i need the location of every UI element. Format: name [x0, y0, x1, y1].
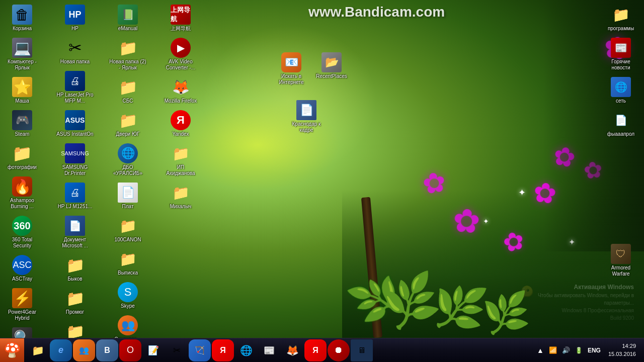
icon-steam[interactable]: 🎮 Steam	[3, 108, 42, 139]
icon-hp[interactable]: HP HP	[55, 3, 95, 34]
set-icon: 🌐	[611, 77, 631, 97]
masha-icon: ⭐	[12, 77, 32, 97]
iskat-icon: 📧	[281, 52, 301, 72]
icon-asus[interactable]: ASUS ASUS InstantOn	[55, 108, 95, 139]
taskbar-odnoklassniki[interactable]: 👥	[73, 339, 95, 361]
icon-newpapka[interactable]: ✂ Новая папка	[55, 36, 95, 67]
ashampoo-icon: 🔥	[12, 176, 32, 197]
promug-icon: 📁	[65, 288, 85, 308]
tray-battery[interactable]: 🔋	[574, 346, 584, 355]
taskbar-firefox[interactable]: 🦊	[281, 339, 303, 361]
icon-skype[interactable]: S Skype	[108, 280, 147, 311]
icon-armored[interactable]: 🛡 Armored Warfare	[601, 242, 640, 279]
icon-column-3: 📗 eManual 📁 Новая папка (2) - Ярлык 📁 СБ…	[108, 3, 148, 362]
icon-avk[interactable]: ▶ AVK Video Converter -...	[161, 36, 200, 73]
icon-firefox[interactable]: 🦊 Mozilla Firefox	[161, 75, 200, 106]
icon-set[interactable]: 🌐 сеть	[601, 75, 640, 106]
icon-dbo-uralsib[interactable]: 🌐 ДБО «УРАЛСИБ»	[108, 141, 147, 178]
icon-360total[interactable]: 360 360 Total Security	[3, 214, 42, 251]
globe-cn-icon: 上网导航	[171, 5, 191, 25]
firefox-icon: 🦊	[171, 77, 191, 97]
activation-line4: Windows 8 Профессиональная	[538, 307, 634, 314]
icon-bykov[interactable]: 📁 Быков	[55, 253, 95, 284]
icon-sbs[interactable]: 📁 СБС	[108, 75, 147, 106]
middle-icons-area: 📧 Искать в Интернете	[272, 50, 311, 89]
watermark: www.Bandicam.com	[308, 4, 445, 20]
taskbar-chrome[interactable]: 🌐	[235, 339, 257, 361]
bykov-icon: 📁	[65, 255, 85, 275]
icon-hot-news[interactable]: 📰 Горячие новости	[601, 36, 640, 73]
icon-plat[interactable]: 📄 Плат	[108, 180, 147, 212]
icon-doc-microsoft[interactable]: 📄 Документ Microsoft ...	[55, 214, 95, 251]
icon-vypiska[interactable]: 📁 Выписка	[108, 247, 147, 278]
icon-recycle[interactable]: 🗑 Корзина	[3, 3, 42, 34]
icon-yandex[interactable]: Я Yandex	[161, 108, 200, 139]
sbs-icon: 📁	[118, 77, 138, 97]
computer-icon: 💻	[12, 38, 32, 58]
photos-folder-icon: 📁	[12, 143, 32, 163]
tray-sound[interactable]: 🔊	[560, 345, 572, 355]
icon-emanual[interactable]: 📗 eManual	[108, 3, 147, 34]
taskbar-arch[interactable]: 🏹	[189, 339, 211, 361]
icon-programy[interactable]: 📁 программы	[601, 3, 640, 34]
taskbar-ie[interactable]: e	[50, 339, 72, 361]
tray-arrow[interactable]: ▲	[535, 345, 545, 355]
taskbar-monitor[interactable]: 🖥	[351, 339, 373, 361]
icon-column-4: 上网导航 上网导航 ▶ AVK Video Converter -... 🦊 M…	[161, 3, 201, 214]
recycle-icon: 🗑	[12, 5, 32, 25]
icon-masha[interactable]: ⭐ Маша	[3, 75, 42, 106]
start-icon: 🍄	[4, 342, 21, 358]
icon-photos[interactable]: 📁 фотографии	[3, 141, 42, 172]
lang-indicator[interactable]: ENG	[586, 346, 602, 355]
system-tray: ▲ 📶 🔊 🔋 ENG 14:29 15.03.2016	[531, 338, 644, 362]
icon-recent[interactable]: 📂 RecentPlaces	[312, 50, 351, 81]
recent-icon: 📂	[321, 52, 342, 72]
taskbar-news[interactable]: 📰	[258, 339, 280, 361]
taskbar-scissors[interactable]: ✂	[166, 339, 188, 361]
activation-line2: Чтобы активировать Windows, перейди в	[538, 292, 634, 299]
icon-ip-akhidzhanova[interactable]: 📁 ИП Ахиджанова	[161, 141, 200, 178]
tray-network[interactable]: 📶	[547, 345, 558, 355]
icon-100canon[interactable]: 📁 100CANON	[108, 214, 147, 245]
taskbar-opera[interactable]: O	[119, 339, 141, 361]
taskbar-yandex2[interactable]: Я	[304, 339, 327, 361]
100canon-icon: 📁	[118, 216, 138, 236]
icon-hplaserjet[interactable]: 🖨 HP LaserJet Pro MFP M...	[55, 69, 95, 106]
taskbar-file-explorer[interactable]: 📁	[27, 339, 49, 361]
icon-fyvaaprol[interactable]: 📄 фыааапрол	[601, 108, 640, 139]
icon-globe-cn[interactable]: 上网导航 上网导航	[161, 3, 200, 34]
armored-icon: 🛡	[611, 244, 631, 264]
fyvaaprol-icon: 📄	[611, 110, 631, 130]
desktop-icons-area: 🗑 Корзина 💻 Компьютер - Ярлык ⭐ Маша 🎮 S…	[3, 3, 214, 337]
hplu-icon: 🖨	[65, 183, 85, 203]
taskbar-vk[interactable]: В	[96, 339, 118, 361]
clock[interactable]: 14:29 15.03.2016	[604, 342, 640, 358]
icon-asctray[interactable]: ASC ASCTray	[3, 253, 42, 284]
taskbar-yandex[interactable]: Я	[212, 339, 234, 361]
clock-date: 15.03.2016	[608, 350, 636, 358]
icon-krasnodar[interactable]: 📄 Краснодар к кадре	[287, 98, 326, 135]
taskbar-record[interactable]: ⏺	[328, 339, 350, 361]
yandex-icon: Я	[171, 110, 191, 130]
icon-power4gear[interactable]: ⚡ Power4Gear Hybrid	[3, 286, 42, 323]
icon-hplu[interactable]: 🖨 HP LJ M1251...	[55, 180, 95, 212]
icon-new-papka2[interactable]: 📁 Новая папка (2) - Ярлык	[108, 36, 147, 73]
taskbar-apps: 📁 e 👥 В O 📝 ✂ 🏹 Я 🌐 📰 🦊 Я ⏺ 🖥	[24, 338, 531, 362]
icon-dveri[interactable]: 📁 Двери ЮГ	[108, 108, 147, 139]
power4gear-icon: ⚡	[12, 288, 32, 308]
asctray-icon: ASC	[12, 255, 32, 275]
emanual-icon: 📗	[118, 5, 138, 25]
asus-icon: ASUS	[65, 110, 85, 130]
icon-ashampoo[interactable]: 🔥 Ashampoo Burning ...	[3, 174, 42, 212]
icon-computer[interactable]: 💻 Компьютер - Ярлык	[3, 36, 42, 73]
hot-news-icon: 📰	[611, 38, 631, 58]
icon-promug[interactable]: 📁 Промюг	[55, 286, 95, 317]
hplaserjet-icon: 🖨	[65, 71, 85, 91]
new-papka2-icon: 📁	[118, 38, 138, 58]
taskbar-notepad[interactable]: 📝	[142, 339, 165, 361]
icon-mikhalyc[interactable]: 📁 Михалыч	[161, 180, 200, 212]
icon-iskat[interactable]: 📧 Искать в Интернете	[272, 50, 311, 87]
360total-icon: 360	[12, 216, 32, 236]
icon-samsung[interactable]: SAMSUNG SAMSUNG Dr.Printer	[55, 141, 95, 178]
start-button[interactable]: 🍄	[0, 338, 24, 363]
